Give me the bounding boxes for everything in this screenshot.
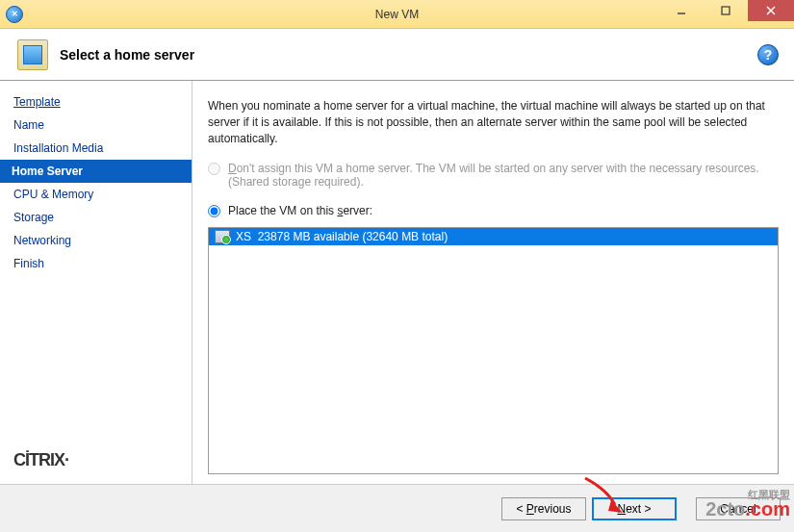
- citrix-logo: CİTRIX·: [13, 450, 68, 470]
- help-button[interactable]: ?: [757, 44, 779, 65]
- server-row[interactable]: XS 23878 MB available (32640 MB total): [209, 228, 778, 245]
- server-name: XS: [236, 230, 251, 243]
- option-place-on-server[interactable]: Place the VM on this server:: [208, 204, 779, 217]
- window-buttons: [659, 0, 794, 21]
- wizard-header: Select a home server ?: [0, 29, 794, 81]
- step-storage[interactable]: Storage: [0, 206, 192, 229]
- option-no-home-server: Don't assign this VM a home server. The …: [208, 162, 779, 189]
- minimize-button[interactable]: [659, 0, 704, 21]
- radio-no-home-server: [208, 163, 220, 175]
- step-name[interactable]: Name: [0, 114, 192, 137]
- radio-place-on-server[interactable]: [208, 205, 220, 217]
- wizard-main: When you nominate a home server for a vi…: [192, 81, 794, 484]
- wizard-sidebar: Template Name Installation Media Home Se…: [0, 81, 192, 484]
- cancel-button[interactable]: Cancel: [696, 497, 781, 520]
- server-icon: [215, 230, 230, 243]
- svg-rect-1: [722, 7, 730, 14]
- titlebar: New VM: [0, 0, 794, 29]
- page-title: Select a home server: [60, 47, 194, 63]
- step-finish[interactable]: Finish: [0, 252, 192, 275]
- option-place-on-server-label: Place the VM on this server:: [228, 204, 779, 217]
- previous-button[interactable]: < Previous: [501, 497, 586, 520]
- server-list[interactable]: XS 23878 MB available (32640 MB total): [208, 227, 779, 474]
- server-detail: 23878 MB available (32640 MB total): [258, 230, 448, 243]
- option-no-home-server-label: Don't assign this VM a home server. The …: [228, 162, 779, 189]
- step-installation-media[interactable]: Installation Media: [0, 137, 192, 160]
- step-template[interactable]: Template: [0, 90, 192, 114]
- step-cpu-memory[interactable]: CPU & Memory: [0, 183, 192, 206]
- intro-text: When you nominate a home server for a vi…: [208, 98, 779, 146]
- close-button[interactable]: [748, 0, 794, 21]
- step-networking[interactable]: Networking: [0, 229, 192, 252]
- wizard-body: Template Name Installation Media Home Se…: [0, 81, 794, 484]
- next-button[interactable]: Next >: [592, 497, 677, 520]
- step-home-server[interactable]: Home Server: [0, 160, 192, 183]
- wizard-footer: < Previous Next > Cancel: [0, 484, 794, 532]
- wizard-icon: [17, 39, 48, 70]
- maximize-button[interactable]: [704, 0, 748, 21]
